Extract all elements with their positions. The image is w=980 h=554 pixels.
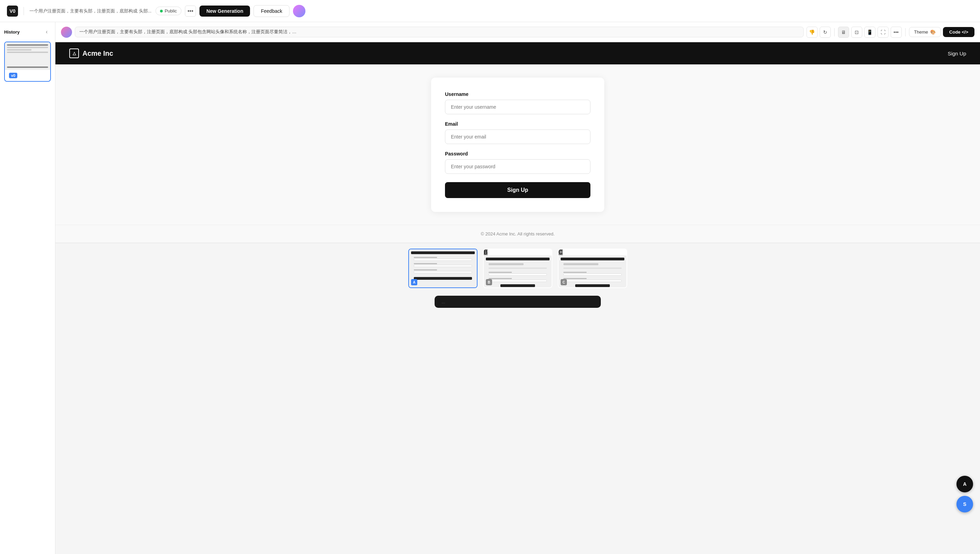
thumbnail-card-a[interactable]: A (408, 248, 477, 288)
user-avatar[interactable] (293, 5, 305, 18)
tablet-view-button[interactable]: ⊡ (851, 27, 862, 38)
website-logo-text: Acme Inc (83, 49, 113, 57)
refresh-icon: ↻ (823, 29, 827, 35)
thumbnails-section: A (56, 243, 980, 554)
sidebar: History ‹ v0 (0, 22, 56, 554)
more-options-button[interactable]: ••• (185, 6, 196, 17)
thumbnail-label-c: C (561, 279, 567, 285)
more-toolbar-button[interactable]: ••• (891, 27, 902, 38)
thumb-header-b (486, 258, 550, 260)
website-footer: © 2024 Acme Inc. All rights reserved. (56, 225, 980, 243)
thumb-line (7, 44, 48, 46)
preview-area: △ Acme Inc Sign Up Username Email (56, 42, 980, 554)
thumbs-down-button[interactable]: 👎 (807, 27, 818, 38)
sidebar-title: History (4, 29, 20, 35)
mobile-icon: 📱 (867, 29, 873, 35)
version-badge: v0 (9, 73, 18, 78)
more-icon: ••• (893, 29, 899, 35)
bottom-prompt-text: ... (442, 299, 445, 304)
email-input[interactable] (445, 129, 590, 144)
website-logo-icon: △ (69, 48, 79, 58)
thumbnails-row: A (56, 248, 980, 288)
toolbar-separator (834, 28, 835, 37)
toolbar-separator-2 (905, 28, 905, 37)
username-label: Username (445, 91, 590, 97)
public-dot-icon (160, 10, 163, 13)
top-bar-prompt: 一个用户注册页面，主要有头部，注册页面，底部构成 头部... (29, 8, 151, 14)
code-button[interactable]: Code </> (943, 27, 974, 37)
history-thumbnail (5, 42, 50, 70)
password-label: Password (445, 151, 590, 156)
thumbnail-label-a: A (411, 279, 417, 285)
password-form-group: Password (445, 151, 590, 174)
top-bar-right: Public ••• New Generation Feedback (156, 5, 305, 18)
thumb-line (7, 47, 48, 48)
logo-icon: V0 (7, 6, 18, 17)
fab-container: A S (956, 476, 973, 513)
desktop-view-button[interactable]: 🖥 (838, 27, 849, 38)
fullscreen-icon: ⛶ (881, 29, 886, 35)
email-form-group: Email (445, 121, 590, 144)
prompt-text: 一个用户注册页面，主要有头部，注册页面，底部构成 头部包含网站头像和系统名称，注… (75, 27, 804, 37)
theme-icon: 🎨 (930, 29, 935, 35)
content-area: 一个用户注册页面，主要有头部，注册页面，底部构成 头部包含网站头像和系统名称，注… (56, 22, 980, 554)
top-bar: V0 一个用户注册页面，主要有头部，注册页面，底部构成 头部... Public… (0, 0, 980, 22)
logo-divider (24, 7, 24, 15)
footer-copyright: © 2024 Acme Inc. All rights reserved. (480, 231, 554, 237)
sidebar-header: History ‹ (4, 28, 51, 36)
thumb-content-b (486, 262, 550, 288)
thumb-content-c (561, 262, 624, 288)
history-item[interactable]: v0 (4, 41, 51, 82)
toolbar-icons: 👎 ↻ 🖥 ⊡ 📱 ⛶ ••• (807, 27, 974, 38)
website-frame: △ Acme Inc Sign Up Username Email (56, 42, 980, 243)
public-label: Public (164, 8, 177, 13)
website-logo: △ Acme Inc (69, 48, 113, 58)
new-generation-button[interactable]: New Generation (199, 6, 250, 17)
website-signup-link[interactable]: Sign Up (948, 51, 966, 56)
thumbnail-card-c[interactable]: C (558, 248, 627, 288)
signup-submit-button[interactable]: Sign Up (445, 182, 590, 198)
thumbnail-label-b: B (486, 279, 492, 285)
thumb-header-c (561, 258, 624, 260)
website-header: △ Acme Inc Sign Up (56, 42, 980, 64)
thumbnail-inner-b (484, 256, 552, 288)
email-label: Email (445, 121, 590, 127)
refresh-button[interactable]: ↻ (820, 27, 831, 38)
logo-area: V0 一个用户注册页面，主要有头部，注册页面，底部构成 头部... (7, 6, 151, 17)
toolbar: 一个用户注册页面，主要有头部，注册页面，底部构成 头部包含网站头像和系统名称，注… (56, 22, 980, 42)
desktop-icon: 🖥 (841, 29, 846, 35)
mobile-view-button[interactable]: 📱 (864, 27, 875, 38)
thumbs-down-icon: 👎 (809, 29, 815, 35)
thumb-content-a (411, 256, 475, 281)
thumb-header-a (411, 252, 475, 254)
settings-fab[interactable]: S (956, 496, 973, 513)
password-input[interactable] (445, 159, 590, 174)
thumbnail-card-b[interactable]: B (483, 248, 552, 288)
signup-form-card: Username Email Password Sign Up (431, 78, 604, 212)
thumbnail-inner-a (409, 249, 477, 287)
bottom-prompt-bar[interactable]: ... (434, 296, 601, 308)
thumb-line (7, 67, 48, 68)
website-content: Username Email Password Sign Up (56, 64, 980, 225)
main-layout: History ‹ v0 一个用户注册页面，主要有头部，注册页面，底部构成 头部… (0, 22, 980, 554)
thumbnail-inner-c (558, 256, 627, 288)
tablet-icon: ⊡ (854, 29, 859, 35)
username-input[interactable] (445, 100, 590, 114)
theme-label: Theme (914, 29, 928, 35)
sidebar-collapse-button[interactable]: ‹ (43, 28, 51, 36)
translate-fab[interactable]: A (956, 476, 973, 492)
thumb-line (7, 52, 48, 53)
username-form-group: Username (445, 91, 590, 114)
theme-button[interactable]: Theme 🎨 (909, 27, 941, 37)
thumb-line (7, 49, 32, 51)
fullscreen-button[interactable]: ⛶ (878, 27, 889, 38)
feedback-button[interactable]: Feedback (253, 5, 289, 17)
prompt-avatar (61, 27, 72, 38)
public-badge[interactable]: Public (156, 6, 181, 15)
